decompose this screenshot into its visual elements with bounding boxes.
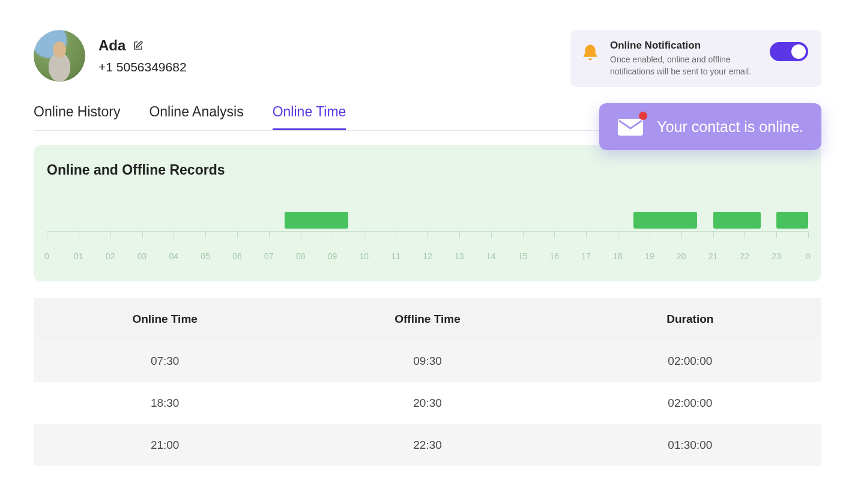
table-row: 07:3009:3002:00:00: [34, 340, 821, 382]
cell-online: 21:00: [34, 424, 296, 466]
notification-title: Online Notification: [610, 40, 760, 52]
hour-label: 13: [455, 251, 464, 261]
edit-icon[interactable]: [133, 40, 144, 51]
cell-offline: 22:30: [296, 424, 558, 466]
cell-offline: 09:30: [296, 340, 558, 382]
notification-dot-icon: [639, 112, 647, 120]
timeline-segment: [633, 212, 697, 229]
hour-label: 10: [360, 251, 369, 261]
timeline-segment: [776, 212, 808, 229]
hour-label: 05: [201, 251, 210, 261]
hour-label: 0: [806, 251, 811, 261]
hour-label: 22: [740, 251, 750, 261]
table-row: 21:0022:3001:30:00: [34, 424, 821, 466]
cell-duration: 02:00:00: [559, 340, 821, 382]
column-header: Online Time: [34, 298, 296, 340]
column-header: Offline Time: [296, 298, 558, 340]
timeline-chart: 0010203040506070809101112131415161718192…: [47, 212, 808, 266]
table-header: Online TimeOffline TimeDuration: [34, 298, 821, 340]
hour-label: 11: [391, 251, 400, 261]
svg-point-0: [589, 44, 591, 47]
hour-label: 06: [232, 251, 242, 261]
hour-label: 0: [44, 251, 49, 261]
hour-label: 20: [677, 251, 686, 261]
profile-block: Ada +1 5056349682: [34, 30, 187, 82]
cell-duration: 01:30:00: [559, 424, 821, 466]
records-title: Online and Offline Records: [47, 162, 808, 178]
notification-description: Once enabled, online and offline notific…: [610, 54, 760, 77]
hour-label: 15: [518, 251, 528, 261]
records-card: Online and Offline Records 0010203040506…: [34, 145, 821, 281]
avatar[interactable]: [34, 30, 85, 82]
hour-label: 18: [613, 251, 623, 261]
timeline-segment: [285, 212, 348, 229]
notification-card: Online Notification Once enabled, online…: [570, 30, 821, 87]
tab-online-analysis[interactable]: Online Analysis: [149, 104, 243, 130]
bell-icon: [580, 43, 600, 64]
cell-online: 07:30: [34, 340, 296, 382]
hour-label: 23: [772, 251, 781, 261]
profile-name: Ada: [98, 37, 125, 54]
hour-label: 16: [550, 251, 560, 261]
tab-online-time[interactable]: Online Time: [273, 104, 346, 130]
hour-label: 17: [581, 251, 591, 261]
hour-label: 14: [486, 251, 496, 261]
tab-online-history[interactable]: Online History: [34, 104, 120, 130]
timeline-segment: [713, 212, 761, 229]
toast-text: Your contact is online.: [657, 118, 803, 136]
hour-label: 09: [328, 251, 337, 261]
hour-label: 01: [74, 251, 83, 261]
cell-online: 18:30: [34, 382, 296, 424]
cell-offline: 20:30: [296, 382, 558, 424]
table-row: 18:3020:3002:00:00: [34, 382, 821, 424]
cell-duration: 02:00:00: [559, 382, 821, 424]
hour-label: 03: [137, 251, 147, 261]
notification-toggle[interactable]: [770, 42, 808, 61]
hour-label: 04: [169, 251, 179, 261]
hour-label: 08: [296, 251, 306, 261]
hour-label: 02: [106, 251, 115, 261]
hour-label: 12: [423, 251, 432, 261]
hour-label: 19: [645, 251, 654, 261]
hour-label: 21: [708, 251, 718, 261]
records-table: Online TimeOffline TimeDuration 07:3009:…: [34, 298, 821, 466]
column-header: Duration: [559, 298, 821, 340]
online-toast[interactable]: Your contact is online.: [599, 103, 821, 150]
profile-phone: +1 5056349682: [98, 60, 187, 74]
mail-icon: [617, 116, 644, 137]
hour-label: 07: [264, 251, 274, 261]
